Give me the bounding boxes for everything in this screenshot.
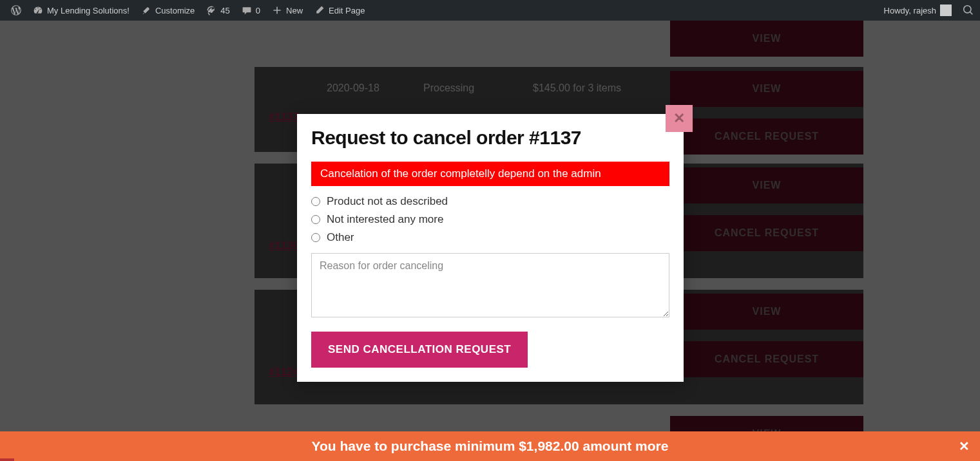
plus-icon — [272, 5, 282, 15]
new-content-link[interactable]: New — [266, 0, 309, 21]
reason-label: Not interested any more — [327, 213, 443, 226]
modal-title: Request to cancel order #1137 — [311, 127, 669, 149]
edit-page-link[interactable]: Edit Page — [309, 0, 370, 21]
reason-option[interactable]: Other — [311, 231, 669, 244]
banner-text: You have to purchase minimum $1,982.00 a… — [312, 438, 669, 454]
reason-radio[interactable] — [311, 233, 320, 242]
send-cancellation-button[interactable]: SEND CANCELLATION REQUEST — [311, 332, 528, 368]
site-name-link[interactable]: My Lending Solutions! — [27, 0, 135, 21]
reason-label: Product not as described — [327, 195, 448, 208]
comments-count: 0 — [256, 6, 260, 15]
close-icon: ✕ — [959, 439, 970, 453]
reason-option[interactable]: Not interested any more — [311, 213, 669, 226]
updates-count: 45 — [220, 6, 229, 15]
reason-radio[interactable] — [311, 215, 320, 224]
edit-page-label: Edit Page — [329, 6, 365, 15]
search-toggle[interactable] — [962, 0, 975, 21]
updates-link[interactable]: 45 — [200, 0, 235, 21]
brush-icon — [141, 5, 151, 15]
site-name: My Lending Solutions! — [47, 6, 130, 15]
comments-link[interactable]: 0 — [236, 0, 266, 21]
howdy-text: Howdy, rajesh — [884, 6, 936, 15]
customize-link[interactable]: Customize — [135, 0, 200, 21]
new-label: New — [286, 6, 303, 15]
close-icon: ✕ — [673, 110, 685, 127]
dashboard-icon — [33, 5, 43, 15]
purchase-progress-bar — [0, 458, 14, 461]
wp-logo[interactable] — [5, 0, 27, 21]
min-purchase-banner: You have to purchase minimum $1,982.00 a… — [0, 431, 980, 461]
search-icon — [963, 5, 974, 15]
cancel-reason-radios: Product not as described Not interested … — [311, 195, 669, 244]
customize-label: Customize — [155, 6, 195, 15]
cancel-order-modal: ✕ Request to cancel order #1137 Cancelat… — [297, 114, 684, 382]
my-account-link[interactable]: Howdy, rajesh — [878, 0, 954, 21]
user-avatar — [940, 5, 952, 16]
wp-admin-bar: My Lending Solutions! Customize 45 0 New — [0, 0, 980, 21]
banner-close-button[interactable]: ✕ — [959, 438, 970, 454]
reason-option[interactable]: Product not as described — [311, 195, 669, 208]
pencil-icon — [314, 5, 325, 15]
wordpress-icon — [11, 5, 21, 15]
modal-close-button[interactable]: ✕ — [666, 105, 693, 132]
cancel-reason-textarea[interactable] — [311, 253, 669, 317]
modal-warning: Cancelation of the order completelly dep… — [311, 162, 669, 186]
updates-icon — [206, 5, 216, 15]
reason-radio[interactable] — [311, 197, 320, 206]
comments-icon — [242, 5, 252, 15]
reason-label: Other — [327, 231, 354, 244]
